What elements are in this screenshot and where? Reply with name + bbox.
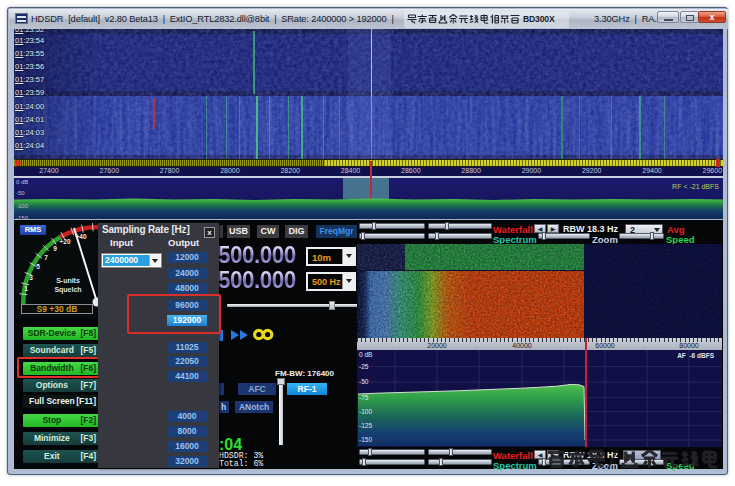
svg-text:1: 1 bbox=[24, 285, 28, 292]
svg-text:+20: +20 bbox=[59, 238, 70, 245]
svg-text:7: 7 bbox=[44, 254, 48, 261]
svg-text:9: 9 bbox=[53, 245, 57, 252]
svg-text:3: 3 bbox=[29, 274, 33, 281]
svg-text:Squelch: Squelch bbox=[54, 286, 81, 294]
svg-text:S-units: S-units bbox=[56, 277, 80, 284]
svg-text:5: 5 bbox=[36, 263, 40, 270]
